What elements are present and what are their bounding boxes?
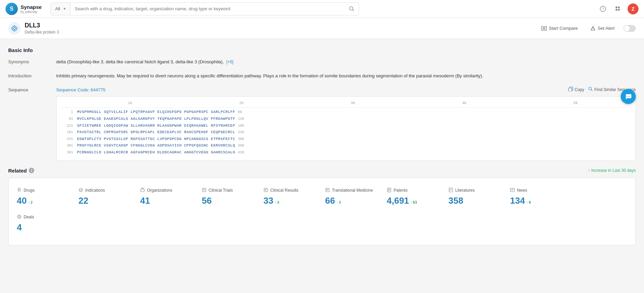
copy-button[interactable]: Copy [568, 87, 584, 94]
svg-line-1 [353, 10, 354, 11]
sequence-header: Sequence Code: 644775 Copy [56, 87, 636, 94]
related-item[interactable]: Organizations 41 [140, 185, 202, 212]
svg-rect-44 [510, 188, 515, 192]
up-arrow-icon: ↑ [410, 201, 412, 204]
svg-rect-14 [542, 26, 543, 30]
dropdown-value: All [55, 6, 60, 11]
introduction-label: Introduction [8, 73, 56, 78]
seq-text: SFIIETWREE LGDQIGGPAW SLLARVAGRR RLAAGGP… [77, 123, 235, 129]
seq-start-num: 121 [61, 123, 74, 129]
sequence-ruler: 10 20 30 40 50 [61, 101, 631, 108]
seq-start-num: 361 [61, 150, 74, 155]
synonyms-row: Synonyms delta (Drosophila)-like 3, delt… [8, 59, 636, 66]
search-button[interactable] [345, 3, 359, 15]
related-item-count: 66↑3 [325, 195, 381, 206]
introduction-row: Introduction Inhibits primary neurogenes… [8, 73, 636, 80]
target-actions: Start Compare Set Alert [538, 24, 636, 33]
news-icon [510, 188, 515, 193]
synonyms-label: Synonyms [8, 59, 56, 64]
help-button[interactable]: ? [597, 3, 608, 14]
seq-start-num: 1 [61, 110, 74, 115]
seq-text: MVSPRMSGLL SQTVILALIF LPQTRPAGVF ELQIHSF… [77, 109, 235, 115]
related-item[interactable]: Drugs 40↑2 [17, 185, 78, 212]
sequence-code[interactable]: Sequence Code: 644775 [56, 87, 106, 94]
seq-text: RVCLKPGLSE EAAESPCALG AALSARGPVY TEQPGAP… [77, 116, 235, 122]
increase-badge: ↑2 [28, 200, 33, 204]
seq-start-num: 61 [61, 116, 74, 122]
svg-point-9 [13, 27, 15, 29]
related-item[interactable]: Literatures 358 [448, 185, 510, 212]
target-header: DLL3 Delta-like protein 3 Start Compare … [0, 18, 644, 39]
related-item-count: 358 [448, 195, 505, 206]
chevron-down-icon: ▼ [63, 7, 66, 11]
sequence-row: Sequence Sequence Code: 644775 Copy [8, 87, 636, 161]
set-alert-toggle[interactable] [623, 25, 636, 32]
seq-start-num: 301 [61, 143, 74, 149]
svg-rect-4 [616, 7, 617, 8]
related-item-label: Literatures [448, 188, 505, 193]
svg-rect-26 [141, 189, 144, 192]
sequence-line: 181PAVGTACTRL CRPRSAPSRC GPGLRPCAPL EDEC… [61, 129, 631, 136]
help-icon: ? [600, 6, 606, 12]
logo-text: Synapse by patsnap [21, 4, 42, 14]
related-item-label: News [510, 188, 566, 193]
synonyms-value: delta (Drosophila)-like 3, delta like ca… [56, 59, 636, 66]
set-alert-button[interactable]: Set Alert [587, 24, 618, 33]
compare-icon [541, 26, 547, 31]
related-item[interactable]: Clinical Results 33↑3 [263, 185, 325, 212]
start-compare-button[interactable]: Start Compare [538, 24, 581, 33]
patents-icon [387, 188, 392, 193]
related-item[interactable]: Indications 22 [78, 185, 140, 212]
svg-rect-41 [449, 188, 453, 192]
up-arrow-icon: ↑ [28, 201, 30, 204]
clinical-results-icon [263, 188, 268, 193]
svg-rect-6 [616, 9, 617, 11]
increase-label: ↑ Increase in Last 30 days [588, 168, 636, 173]
search-bar: All ▼ [51, 2, 359, 15]
search-input[interactable] [71, 3, 345, 15]
user-avatar[interactable]: Z [628, 3, 639, 14]
chat-button[interactable] [621, 89, 636, 104]
related-grid: Drugs 40↑2 Indications 22 Organizations … [17, 185, 627, 238]
svg-text:?: ? [602, 7, 604, 11]
synonyms-more[interactable]: [+5] [226, 60, 233, 64]
related-item[interactable]: Patents 4,691↑83 [387, 185, 448, 212]
indications-icon [78, 188, 83, 193]
app-sub: by patsnap [21, 10, 42, 14]
related-title: Related i [8, 168, 34, 174]
sequence-line: 241EGWTGPLCTV PVSTSSCLSP RGPSSATTGC LVPG… [61, 136, 631, 142]
related-item[interactable]: Translational Medicine 66↑3 [325, 185, 387, 212]
seq-text: PAVGTACTRL CRPRSAPSRC GPGLRPCAPL EDECEAP… [77, 129, 235, 136]
increase-badge: ↑8 [526, 200, 531, 204]
svg-rect-28 [202, 188, 206, 192]
related-item-label: Organizations [140, 188, 196, 193]
nav-icons: ? Z [597, 3, 639, 14]
svg-line-22 [591, 89, 593, 91]
svg-point-51 [628, 96, 629, 97]
apps-button[interactable] [612, 3, 623, 14]
related-item[interactable]: News 134↑8 [510, 185, 572, 212]
seq-start-num: 241 [61, 137, 74, 142]
sequence-box[interactable]: 10 20 30 40 50 1MVSPRMSGLL SQTVILALIF LP… [56, 96, 636, 161]
search-dropdown[interactable]: All ▼ [51, 3, 71, 15]
related-item-label: Indications [78, 188, 135, 193]
sequence-lines: 1MVSPRMSGLL SQTVILALIF LPQTRPAGVF ELQIHS… [61, 109, 631, 155]
related-item-count: 4,691↑83 [387, 195, 443, 206]
svg-point-52 [629, 96, 630, 97]
seq-end-num: 120 [238, 116, 244, 122]
basic-info-title: Basic Info [8, 47, 636, 53]
svg-rect-20 [569, 88, 572, 91]
related-info-icon[interactable]: i [29, 168, 34, 173]
svg-point-18 [593, 29, 593, 29]
up-arrow-icon: ↑ [526, 201, 528, 204]
related-item[interactable]: Clinical Trials 56 [202, 185, 263, 212]
svg-rect-15 [545, 26, 546, 30]
logo-area[interactable]: S Synapse by patsnap [5, 3, 47, 15]
alert-icon [590, 26, 596, 31]
svg-rect-5 [618, 7, 620, 8]
drugs-icon [17, 188, 22, 193]
deals-icon [17, 214, 22, 220]
related-item[interactable]: Deals 4 [17, 212, 78, 238]
start-compare-label: Start Compare [549, 26, 578, 31]
seq-text: PRGFYGLRCE VSGVTCADGP CFNGGLCVGG ADPDSAY… [77, 143, 235, 149]
